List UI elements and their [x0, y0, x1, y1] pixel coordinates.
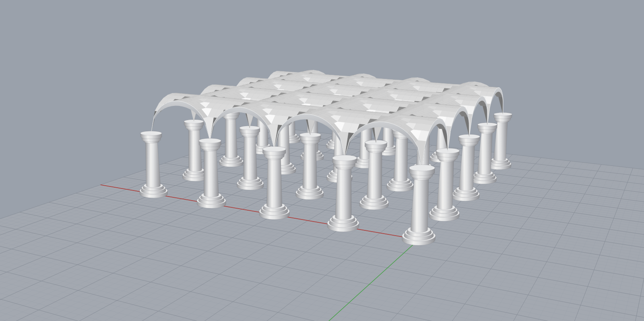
viewport-canvas[interactable]	[0, 0, 644, 321]
viewport-3d[interactable]	[0, 0, 644, 321]
